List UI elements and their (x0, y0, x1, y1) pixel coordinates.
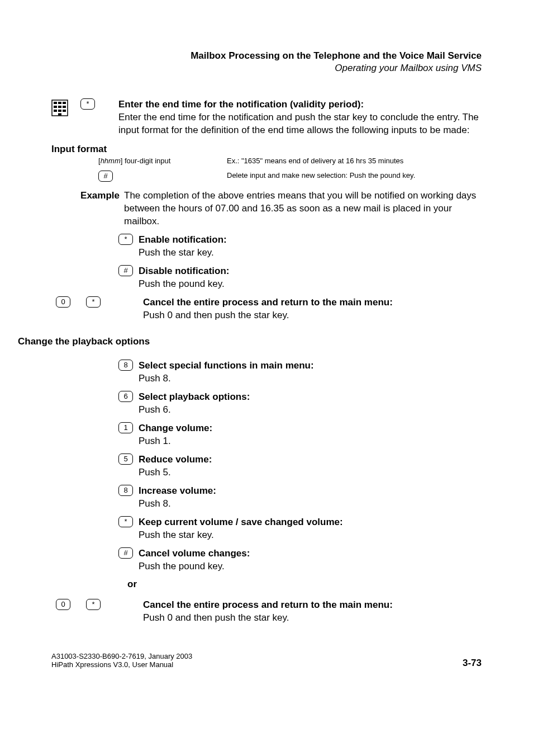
svg-rect-9 (63, 110, 66, 112)
change-volume-text: Change volume: Push 1. (139, 422, 482, 448)
increase-volume-text: Increase volume: Push 8. (139, 485, 482, 511)
svg-rect-2 (58, 102, 61, 104)
svg-rect-8 (58, 110, 61, 112)
key-hash: # (118, 547, 133, 559)
reduce-volume-text: Reduce volume: Push 5. (139, 453, 482, 479)
key-one: 1 (118, 422, 133, 433)
key-five: 5 (118, 453, 133, 465)
svg-rect-1 (54, 102, 57, 104)
example-label: Example (51, 190, 124, 228)
key-eight: 8 (118, 360, 133, 371)
input-format-delete-text: Delete input and make new selection: Pus… (227, 171, 482, 182)
key-hash: # (98, 171, 113, 182)
svg-rect-10 (58, 114, 61, 116)
cancel-main-2-text: Cancel the entire process and return to … (123, 599, 482, 625)
footer-info: A31003-S2330-B690-2-7619, January 2003 H… (51, 652, 192, 669)
cancel-volume-text: Cancel volume changes: Push the pound ke… (139, 547, 482, 573)
keep-volume-text: Keep current volume / save changed volum… (139, 516, 482, 542)
page-number: 3-73 (463, 658, 482, 669)
keypad-icon (51, 100, 68, 116)
key-zero: 0 (56, 296, 70, 308)
key-star: * (86, 599, 101, 610)
svg-rect-7 (54, 110, 57, 112)
enter-end-time-text: Enter the end time for the notification … (118, 98, 482, 137)
key-star: * (80, 98, 95, 110)
or-label: or (127, 579, 482, 590)
key-six: 6 (118, 391, 133, 402)
disable-notification-text: Disable notification: Push the pound key… (139, 265, 482, 291)
page-header-title: Mailbox Processing on the Telephone and … (51, 50, 482, 62)
input-format-hhmm: [hhmm] four-digit input (51, 156, 227, 166)
input-format-label: Input format (51, 144, 482, 155)
key-eight: 8 (118, 485, 133, 496)
enable-notification-text: Enable notification: Push the star key. (139, 234, 482, 259)
svg-rect-6 (63, 106, 66, 108)
key-star: * (86, 296, 101, 308)
key-star: * (118, 516, 133, 527)
key-star: * (118, 234, 133, 245)
key-hash: # (118, 265, 133, 276)
select-special-text: Select special functions in main menu: P… (139, 360, 482, 385)
key-zero: 0 (56, 599, 70, 610)
svg-rect-4 (54, 106, 57, 108)
select-playback-text: Select playback options: Push 6. (139, 391, 482, 417)
page-header-subtitle: Operating your Mailbox using VMS (51, 63, 482, 74)
input-format-example-text: Ex.: "1635" means end of delivery at 16 … (227, 156, 482, 166)
example-text: The completion of the above entries mean… (124, 190, 482, 228)
svg-rect-3 (63, 102, 66, 104)
playback-options-heading: Change the playback options (18, 336, 482, 347)
cancel-main-1-text: Cancel the entire process and return to … (123, 296, 482, 322)
svg-rect-5 (58, 106, 61, 108)
